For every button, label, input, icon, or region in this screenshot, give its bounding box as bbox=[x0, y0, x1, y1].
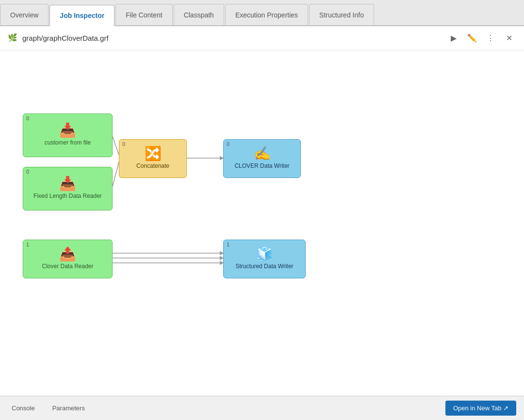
tab-overview[interactable]: Overview bbox=[0, 4, 49, 25]
graph-icon: 🌿 bbox=[8, 33, 18, 44]
tab-classpath[interactable]: Classpath bbox=[174, 4, 224, 25]
tab-file-content[interactable]: File Content bbox=[115, 4, 172, 25]
node-clover-data-writer[interactable]: 0 ✍️ CLOVER Data Writer bbox=[223, 139, 301, 178]
tab-classpath-label: Classpath bbox=[184, 11, 214, 19]
header-bar: 🌿 graph/graphCloverData.grf ▶ ✏️ ⋮ ✕ bbox=[0, 26, 524, 50]
tab-execution-properties-label: Execution Properties bbox=[235, 11, 298, 19]
tab-file-content-label: File Content bbox=[126, 11, 162, 19]
tab-job-inspector-label: Job Inspector bbox=[60, 12, 104, 19]
structured-writer-icon: 🧊 bbox=[256, 247, 273, 261]
node-fixed-num: 0 bbox=[26, 169, 29, 175]
clover-reader-icon: 📤 bbox=[59, 247, 76, 261]
tab-execution-properties[interactable]: Execution Properties bbox=[225, 4, 308, 25]
fixed-icon: 📥 bbox=[59, 177, 76, 191]
structured-writer-label: Structured Data Writer bbox=[235, 263, 293, 271]
tab-overview-label: Overview bbox=[10, 11, 38, 19]
edit-button[interactable]: ✏️ bbox=[465, 31, 479, 46]
clover-writer-label: CLOVER Data Writer bbox=[234, 162, 289, 170]
tab-structured-info-label: Structured Info bbox=[319, 11, 364, 19]
more-button[interactable]: ⋮ bbox=[483, 31, 498, 46]
bottom-tab-console[interactable]: Console bbox=[8, 403, 39, 414]
node-customer-from-file[interactable]: 0 📥 customer from file bbox=[23, 113, 113, 157]
node-clover-data-reader[interactable]: 1 📤 Clover Data Reader bbox=[23, 240, 113, 278]
open-new-tab-button[interactable]: Open in New Tab ↗ bbox=[445, 401, 516, 416]
node-structured-data-writer[interactable]: 1 🧊 Structured Data Writer bbox=[223, 240, 306, 278]
clover-writer-icon: ✍️ bbox=[254, 147, 271, 161]
concat-label: Concatenate bbox=[136, 162, 169, 170]
bottom-tab-parameters[interactable]: Parameters bbox=[49, 403, 89, 414]
graph-canvas: 0 📥 customer from file 0 📥 Fixed Length … bbox=[0, 50, 524, 396]
bottom-bar: Console Parameters Open in New Tab ↗ bbox=[0, 396, 524, 420]
node-clover-reader-num: 1 bbox=[26, 242, 29, 247]
node-clover-writer-num: 0 bbox=[227, 141, 229, 147]
node-customer-num: 0 bbox=[26, 115, 29, 121]
svg-line-1 bbox=[113, 162, 119, 186]
tab-structured-info[interactable]: Structured Info bbox=[309, 4, 374, 25]
node-structured-writer-num: 1 bbox=[227, 242, 229, 247]
node-concat-num: 0 bbox=[122, 141, 125, 147]
concat-icon: 🔀 bbox=[145, 147, 162, 161]
clover-reader-label: Clover Data Reader bbox=[42, 263, 93, 271]
customer-icon: 📥 bbox=[59, 124, 76, 137]
connection-lines bbox=[0, 50, 524, 396]
node-concatenate[interactable]: 0 🔀 Concatenate bbox=[119, 139, 187, 178]
node-fixed-length[interactable]: 0 📥 Fixed Length Data Reader bbox=[23, 167, 113, 210]
fixed-label: Fixed Length Data Reader bbox=[33, 193, 102, 200]
graph-title: graph/graphCloverData.grf bbox=[22, 34, 446, 42]
bottom-right-actions: Open in New Tab ↗ bbox=[445, 401, 516, 416]
run-button[interactable]: ▶ bbox=[446, 31, 461, 46]
tab-job-inspector[interactable]: Job Inspector bbox=[49, 5, 115, 26]
close-button[interactable]: ✕ bbox=[502, 31, 516, 46]
header-actions: ▶ ✏️ ⋮ ✕ bbox=[446, 31, 516, 46]
customer-label: customer from file bbox=[45, 139, 91, 147]
tab-bar: Overview Job Inspector File Content Clas… bbox=[0, 0, 524, 26]
svg-line-0 bbox=[113, 137, 119, 155]
